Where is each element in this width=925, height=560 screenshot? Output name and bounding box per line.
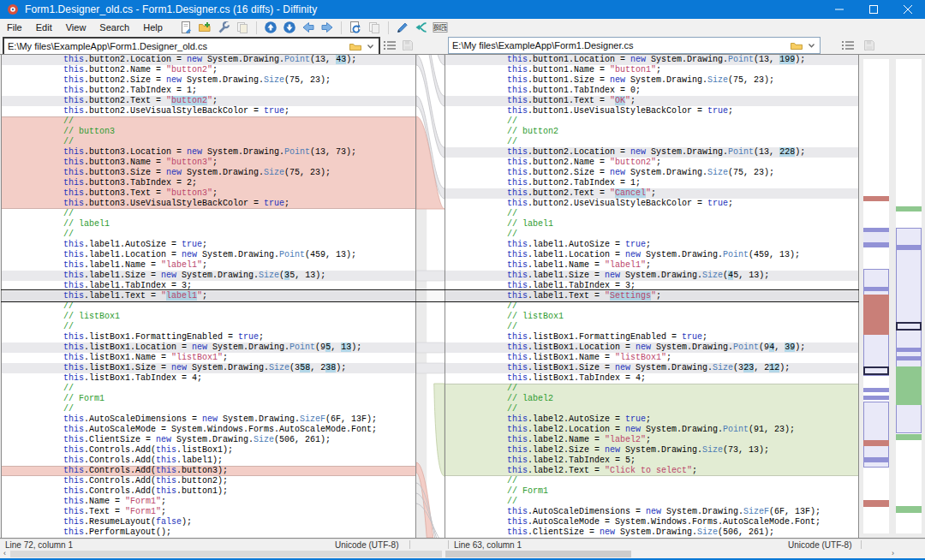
code-line[interactable]: this.Controls.Add(this.button3); bbox=[2, 466, 415, 476]
left-path-input[interactable] bbox=[4, 39, 349, 54]
code-line[interactable]: this.button3.Size = new System.Drawing.S… bbox=[2, 168, 415, 178]
code-line[interactable]: this.listBox1.Size = new System.Drawing.… bbox=[445, 363, 858, 373]
close-button[interactable] bbox=[891, 0, 925, 19]
code-line[interactable]: // button2 bbox=[445, 127, 858, 137]
code-line[interactable]: this.Controls.Add(this.button2); bbox=[2, 476, 415, 486]
code-line[interactable]: this.label2.AutoSize = true; bbox=[445, 414, 858, 425]
folder-icon[interactable] bbox=[791, 40, 803, 51]
code-line[interactable]: // listBox1 bbox=[445, 312, 858, 322]
code-line[interactable]: this.listBox1.Location = new System.Draw… bbox=[2, 343, 415, 353]
code-line[interactable]: this.PerformLayout(); bbox=[2, 527, 415, 538]
right-h-scrollbar-thumb[interactable] bbox=[445, 551, 631, 557]
previous-diff-icon[interactable] bbox=[262, 20, 279, 35]
code-line[interactable]: this.button3.Name = "button3"; bbox=[2, 158, 415, 168]
code-line[interactable]: this.label2.Name = "label2"; bbox=[445, 435, 858, 445]
code-line[interactable]: // label1 bbox=[2, 219, 415, 229]
code-line[interactable]: // bbox=[2, 116, 415, 127]
code-line[interactable]: this.listBox1.Name = "listBox1"; bbox=[2, 353, 415, 363]
code-line[interactable]: this.button1.Size = new System.Drawing.S… bbox=[445, 75, 858, 86]
right-session-list-icon[interactable] bbox=[840, 38, 856, 52]
chevron-down-icon[interactable] bbox=[808, 43, 815, 49]
code-line[interactable]: this.listBox1.Name = "listBox1"; bbox=[445, 353, 858, 363]
left-session-list-icon[interactable] bbox=[382, 38, 397, 52]
maximize-button[interactable] bbox=[856, 0, 891, 19]
code-line[interactable]: this.listBox1.Size = new System.Drawing.… bbox=[2, 363, 415, 373]
left-h-scrollbar-thumb[interactable] bbox=[10, 551, 442, 557]
menu-view[interactable]: View bbox=[59, 20, 93, 35]
code-line[interactable]: this.listBox1.FormattingEnabled = true; bbox=[2, 332, 415, 343]
code-line[interactable]: this.button2.Size = new System.Drawing.S… bbox=[445, 168, 858, 178]
refresh-icon[interactable] bbox=[347, 20, 364, 35]
code-line[interactable]: this.Name = "Form1"; bbox=[2, 497, 415, 507]
code-line[interactable]: this.button2.Name = "button2"; bbox=[2, 65, 415, 75]
menu-search[interactable]: Search bbox=[92, 20, 136, 35]
code-line[interactable]: this.label1.Text = "label1"; bbox=[2, 291, 415, 301]
code-line[interactable]: this.label2.Size = new System.Drawing.Si… bbox=[445, 445, 858, 456]
code-line[interactable]: this.button2.Size = new System.Drawing.S… bbox=[2, 75, 415, 86]
code-line[interactable]: this.button2.Text = "button2"; bbox=[2, 96, 415, 106]
code-line[interactable]: // bbox=[2, 209, 415, 219]
code-line[interactable]: this.listBox1.FormattingEnabled = true; bbox=[445, 332, 858, 343]
code-line[interactable]: this.Text = "Form1"; bbox=[2, 507, 415, 517]
code-line[interactable]: // bbox=[445, 404, 858, 414]
code-line[interactable]: // bbox=[445, 497, 858, 507]
code-line[interactable]: this.button3.Text = "button3"; bbox=[2, 188, 415, 199]
code-line[interactable]: this.listBox1.Location = new System.Draw… bbox=[445, 343, 858, 353]
code-line[interactable]: this.AutoScaleMode = System.Windows.Form… bbox=[445, 517, 858, 527]
code-line[interactable]: this.AutoScaleMode = System.Windows.Form… bbox=[2, 425, 415, 435]
code-line[interactable]: // label2 bbox=[445, 394, 858, 404]
left-scroll-left-arrow[interactable]: ‹ bbox=[0, 549, 9, 557]
copy-icon[interactable] bbox=[234, 20, 251, 35]
left-overview-bar[interactable] bbox=[863, 59, 889, 533]
copy-to-left-icon[interactable] bbox=[300, 20, 317, 35]
left-path-combobox[interactable] bbox=[3, 37, 380, 56]
right-path-combobox[interactable] bbox=[448, 37, 821, 54]
code-line[interactable]: this.ResumeLayout(false); bbox=[2, 517, 415, 527]
code-line[interactable]: this.ClientSize = new System.Drawing.Siz… bbox=[2, 435, 415, 445]
code-line[interactable]: this.label1.AutoSize = true; bbox=[445, 240, 858, 250]
whitespace-toggle-icon[interactable]: WHITE SPACE bbox=[432, 20, 449, 35]
menu-file[interactable]: File bbox=[0, 20, 29, 35]
code-line[interactable]: this.ClientSize = new System.Drawing.Siz… bbox=[445, 527, 858, 538]
code-line[interactable]: this.button1.Text = "OK"; bbox=[445, 96, 858, 106]
settings-wrench-icon[interactable] bbox=[215, 20, 232, 35]
code-line[interactable]: // bbox=[2, 137, 415, 147]
right-scroll-right-arrow[interactable]: › bbox=[888, 549, 898, 557]
code-line[interactable]: this.label1.Text = "Settings"; bbox=[445, 291, 858, 301]
code-line[interactable]: // button3 bbox=[2, 127, 415, 137]
code-line[interactable]: this.label1.Name = "label1"; bbox=[2, 260, 415, 271]
code-line[interactable]: this.button2.Location = new System.Drawi… bbox=[445, 147, 858, 158]
code-line[interactable]: this.button1.UseVisualStyleBackColor = t… bbox=[445, 106, 858, 116]
next-diff-icon[interactable] bbox=[281, 20, 298, 35]
code-line[interactable]: // bbox=[2, 322, 415, 332]
code-line[interactable]: this.button1.Location = new System.Drawi… bbox=[445, 55, 858, 65]
code-line[interactable]: this.Controls.Add(this.button1); bbox=[2, 486, 415, 497]
code-line[interactable]: // bbox=[2, 404, 415, 414]
code-line[interactable]: this.AutoScaleDimensions = new System.Dr… bbox=[2, 414, 415, 425]
code-line[interactable]: this.label1.TabIndex = 3; bbox=[2, 281, 415, 291]
code-line[interactable]: // bbox=[445, 137, 858, 147]
chevron-down-icon[interactable] bbox=[367, 44, 374, 50]
code-line[interactable]: // bbox=[2, 229, 415, 240]
code-line[interactable]: // listBox1 bbox=[2, 312, 415, 322]
code-line[interactable]: this.Controls.Add(this.label1); bbox=[2, 456, 415, 466]
copy-file-icon[interactable] bbox=[366, 20, 383, 35]
minimize-button[interactable] bbox=[822, 0, 856, 19]
code-line[interactable]: // Form1 bbox=[445, 486, 858, 497]
code-line[interactable]: this.listBox1.TabIndex = 4; bbox=[445, 373, 858, 384]
left-code-pane[interactable]: this.button2.Location = new System.Drawi… bbox=[1, 55, 416, 538]
open-files-icon[interactable] bbox=[177, 20, 194, 35]
code-line[interactable]: this.label2.Location = new System.Drawin… bbox=[445, 425, 858, 435]
code-line[interactable]: // bbox=[445, 229, 858, 240]
menu-help[interactable]: Help bbox=[136, 20, 170, 35]
left-save-icon[interactable] bbox=[400, 38, 415, 52]
code-line[interactable]: this.button2.TabIndex = 1; bbox=[445, 178, 858, 188]
code-line[interactable]: this.label1.TabIndex = 3; bbox=[445, 281, 858, 291]
code-line[interactable]: // bbox=[445, 209, 858, 219]
right-path-input[interactable] bbox=[449, 38, 791, 53]
code-line[interactable]: this.Controls.Add(this.listBox1); bbox=[2, 445, 415, 456]
code-line[interactable]: this.button1.Name = "button1"; bbox=[445, 65, 858, 75]
code-line[interactable]: // bbox=[445, 301, 858, 312]
code-line[interactable]: this.button2.UseVisualStyleBackColor = t… bbox=[2, 106, 415, 116]
code-line[interactable]: // bbox=[445, 322, 858, 332]
